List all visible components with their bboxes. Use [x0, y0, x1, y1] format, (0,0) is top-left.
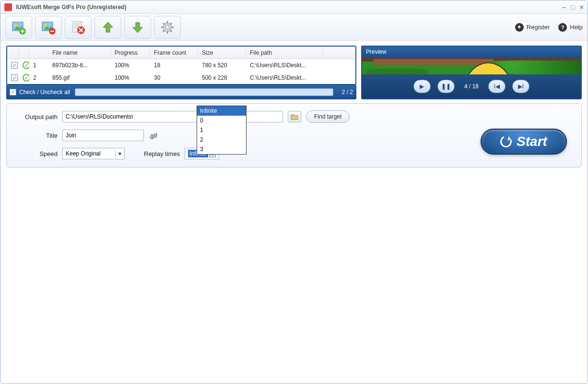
check-all-label: Check / Uncheck all — [19, 89, 70, 96]
help-link[interactable]: ?Help — [558, 23, 583, 32]
col-filename[interactable]: File name — [48, 47, 111, 59]
preview-panel: Preview ▶ ❚❚ 4 / 18 I◀ ▶I — [361, 46, 582, 99]
app-window: IUWEsoft Merge GIFs Pro (Unregistered) –… — [0, 0, 588, 384]
title-input[interactable] — [62, 130, 144, 141]
playback-controls: ▶ ❚❚ 4 / 18 I◀ ▶I — [362, 74, 581, 98]
file-table: File name Progress Frame count Size File… — [6, 46, 356, 85]
row-checkbox[interactable]: ✓ — [11, 74, 18, 81]
find-target-button[interactable]: Find target — [306, 110, 350, 123]
app-icon — [4, 3, 12, 11]
replay-label: Replay times — [144, 150, 180, 157]
register-link[interactable]: ✦Register — [515, 23, 550, 32]
play-button[interactable]: ▶ — [413, 80, 431, 93]
browse-folder-button[interactable] — [288, 111, 301, 122]
pause-button[interactable]: ❚❚ — [437, 80, 455, 93]
check-all-bar: ✓Check / Uncheck all 2 / 2 — [6, 85, 356, 99]
svg-point-9 — [165, 25, 169, 29]
check-all-checkbox[interactable]: ✓ — [10, 89, 16, 96]
key-icon: ✦ — [515, 23, 524, 32]
replay-option[interactable]: 2 — [197, 135, 246, 144]
file-count: 2 / 2 — [342, 89, 353, 96]
preview-image — [362, 57, 581, 74]
replay-option[interactable]: 3 — [197, 144, 246, 154]
output-path-input[interactable] — [62, 111, 283, 122]
preview-label: Preview — [362, 47, 581, 57]
titlebar: IUWEsoft Merge GIFs Pro (Unregistered) –… — [0, 0, 588, 14]
add-file-button[interactable] — [5, 16, 32, 39]
speed-dropdown[interactable]: Keep Original▾ — [62, 148, 125, 159]
frame-position: 4 / 18 — [464, 83, 479, 90]
start-button[interactable]: Start — [481, 129, 567, 155]
title-label: Title — [14, 132, 58, 139]
prev-frame-button[interactable]: I◀ — [488, 80, 506, 93]
remove-file-button[interactable] — [35, 16, 62, 39]
output-settings: Infinite 0 1 2 3 Output path Find target… — [6, 103, 582, 168]
window-title: IUWEsoft Merge GIFs Pro (Unregistered) — [16, 4, 127, 11]
table-row[interactable]: ✓ ✓ 1 697b023b-6... 100% 18 780 x 520 C:… — [7, 59, 355, 72]
help-icon: ? — [558, 23, 567, 32]
speed-label: Speed — [14, 150, 58, 157]
col-size[interactable]: Size — [198, 47, 246, 59]
chevron-down-icon: ▾ — [115, 150, 121, 157]
settings-button[interactable] — [154, 16, 181, 39]
refresh-icon — [499, 134, 514, 149]
replay-dropdown-popup: Infinite 0 1 2 3 — [197, 106, 247, 155]
status-ok-icon: ✓ — [23, 74, 29, 82]
replay-option[interactable]: Infinite — [197, 106, 246, 116]
replay-option[interactable]: 1 — [197, 125, 246, 135]
move-up-button[interactable] — [94, 16, 121, 39]
col-progress[interactable]: Progress — [111, 47, 150, 59]
col-framecount[interactable]: Frame count — [150, 47, 198, 59]
clear-list-button[interactable] — [65, 16, 92, 39]
row-checkbox[interactable]: ✓ — [11, 62, 18, 69]
move-down-button[interactable] — [124, 16, 151, 39]
status-ok-icon: ✓ — [23, 61, 29, 69]
minimize-button[interactable]: – — [563, 3, 566, 11]
progress-slot — [75, 88, 333, 96]
output-path-label: Output path — [14, 113, 58, 120]
table-row[interactable]: ✓ ✓ 2 855.gif 100% 30 500 x 228 C:\Users… — [7, 72, 355, 84]
next-frame-button[interactable]: ▶I — [512, 80, 529, 93]
toolbar: ✦Register ?Help — [0, 14, 588, 41]
maximize-button[interactable]: □ — [571, 3, 575, 11]
col-filepath[interactable]: File path — [246, 47, 323, 59]
title-suffix: .gif — [149, 132, 157, 139]
replay-option[interactable]: 0 — [197, 116, 246, 125]
close-button[interactable]: × — [580, 3, 584, 11]
